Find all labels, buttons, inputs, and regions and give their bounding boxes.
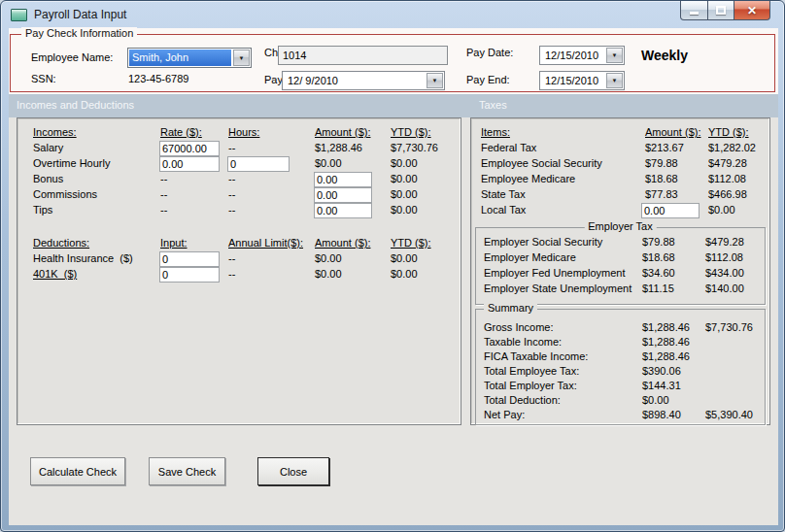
row-hours: -- (228, 173, 235, 184)
row-ytd: $1,282.02 (708, 142, 756, 153)
summary-groupbox: Summary Gross Income: $1,288.46 $7,730.7… (475, 309, 766, 425)
commissions-amount-input[interactable] (314, 187, 372, 203)
check-number-field[interactable] (278, 46, 448, 65)
amount-col-header: Amount ($): (315, 126, 370, 138)
pay-start-picker[interactable]: 12/ 9/2010 ▼ (282, 71, 445, 90)
ytd-col-header: YTD ($): (708, 126, 749, 138)
row-amount: $390.06 (642, 365, 681, 377)
row-ytd: $112.08 (708, 173, 746, 184)
row-amount: $0.00 (315, 252, 342, 264)
local-tax-input[interactable] (641, 203, 700, 218)
pay-date-picker[interactable]: 12/15/2010 ▼ (539, 46, 625, 65)
annual-limit-col-header: Annual Limit($): (228, 237, 303, 249)
row-amount: $898.40 (642, 409, 681, 420)
row-label: Federal Tax (481, 142, 536, 153)
deductions-col-header: Deductions: (33, 237, 89, 249)
row-label: Health Insurance ($) (33, 252, 133, 264)
chevron-down-icon[interactable]: ▼ (427, 73, 443, 88)
title-bar: Payroll Data Input ✕ (1, 1, 784, 28)
close-check-button[interactable]: Close (257, 457, 329, 485)
pay-end-value: 12/15/2010 (540, 72, 605, 89)
tax-row-federal: Federal Tax $213.67 $1,282.02 (471, 142, 769, 157)
ssn-value: 123-45-6789 (128, 73, 188, 84)
window-title: Payroll Data Input (34, 8, 126, 21)
pay-date-label: Pay Date: (466, 47, 513, 58)
tax-row-employee-social-security: Employee Social Security $79.88 $479.28 (471, 157, 769, 173)
row-amount: $79.88 (642, 236, 675, 248)
row-rate: -- (160, 188, 167, 200)
calculate-check-button[interactable]: Calculate Check (30, 457, 125, 485)
row-amount: $18.68 (645, 173, 678, 184)
row-label: State Tax (481, 188, 526, 200)
employee-name-combobox[interactable]: Smith, John ▼ (127, 48, 252, 68)
close-button[interactable]: ✕ (734, 1, 770, 20)
app-icon (11, 9, 27, 21)
deductions-header-row: Deductions: Input: Annual Limit($): Amou… (17, 237, 461, 252)
row-ytd: $5,390.40 (705, 409, 753, 420)
minimize-button[interactable] (680, 1, 708, 20)
row-label: Local Tax (481, 204, 526, 216)
tax-row-local: Local Tax $0.00 (471, 204, 769, 219)
ssn-label: SSN: (31, 73, 56, 84)
tax-row-state: State Tax $77.83 $466.98 (471, 188, 769, 204)
health-insurance-input[interactable] (159, 251, 220, 267)
pay-end-picker[interactable]: 12/15/2010 ▼ (539, 71, 625, 90)
row-ytd: $479.28 (705, 236, 744, 248)
incomes-header-row: Incomes: Rate ($): Hours: Amount ($): YT… (17, 126, 461, 142)
tax-row-employee-medicare: Employee Medicare $18.68 $112.08 (471, 173, 769, 188)
chevron-down-icon[interactable]: ▼ (233, 50, 250, 66)
ytd-col-header: YTD ($): (391, 126, 431, 138)
close-icon: ✕ (747, 5, 757, 17)
row-ytd: $7,730.76 (391, 142, 438, 153)
row-label: Total Employer Tax: (484, 380, 577, 391)
row-amount: $11.15 (642, 283, 674, 294)
row-label: Employee Social Security (481, 157, 602, 169)
row-ytd: $0.00 (391, 173, 418, 184)
row-amount: $0.00 (315, 157, 342, 169)
row-ytd: $7,730.76 (705, 321, 753, 333)
row-label: Employer Fed Unemployment (484, 267, 626, 279)
row-ytd: $466.98 (708, 188, 747, 200)
row-label: Commissions (33, 188, 97, 200)
hours-col-header: Hours: (228, 126, 259, 138)
row-label: Total Employee Tax: (484, 365, 579, 377)
overtime-rate-input[interactable] (159, 156, 220, 172)
row-label: Bonus (33, 173, 63, 184)
salary-rate-input[interactable] (159, 141, 220, 156)
row-amount: $77.83 (645, 188, 678, 200)
income-row-bonus: Bonus -- -- $0.00 (17, 173, 461, 188)
chevron-down-icon[interactable]: ▼ (606, 48, 623, 63)
row-label: Taxable Income: (484, 336, 562, 348)
save-check-button[interactable]: Save Check (149, 457, 225, 485)
summary-row-fica-taxable-income: FICA Taxable Income: $1,288.46 (476, 350, 765, 366)
chevron-down-icon[interactable]: ▼ (606, 73, 623, 88)
pay-start-value: 12/ 9/2010 (283, 72, 426, 89)
income-row-tips: Tips -- -- $0.00 (17, 204, 461, 219)
row-amount: $18.68 (642, 251, 675, 263)
taxes-header-row: Items: Amount ($): YTD ($): (471, 126, 769, 142)
row-ytd: $0.00 (391, 157, 418, 169)
maximize-icon (716, 6, 726, 15)
row-hours: -- (228, 204, 235, 216)
items-col-header: Items: (481, 126, 510, 138)
row-label: FICA Taxable Income: (484, 350, 588, 362)
maximize-button[interactable] (708, 1, 734, 20)
overtime-hours-input[interactable] (227, 156, 290, 172)
row-label: Gross Income: (484, 321, 554, 333)
section-header-strip: Incomes and Deductions Taxes (9, 94, 778, 117)
rate-col-header: Rate ($): (160, 126, 202, 138)
employee-name-label: Employee Name: (31, 51, 113, 63)
row-label: Employer State Unemployment (484, 283, 631, 294)
row-amount: $213.67 (645, 142, 684, 153)
tips-amount-input[interactable] (314, 203, 372, 218)
bonus-amount-input[interactable] (314, 172, 372, 187)
caption-buttons: ✕ (680, 1, 770, 20)
row-amount: $144.31 (642, 380, 681, 391)
401k-input[interactable] (159, 267, 220, 283)
row-limit: -- (228, 268, 235, 280)
deduction-row-health-insurance: Health Insurance ($) -- $0.00 $0.00 (17, 252, 461, 268)
ytd-col-header: YTD ($): (391, 237, 431, 249)
row-ytd: $0.00 (391, 268, 418, 280)
row-limit: -- (228, 252, 235, 264)
row-label: Salary (33, 142, 63, 153)
